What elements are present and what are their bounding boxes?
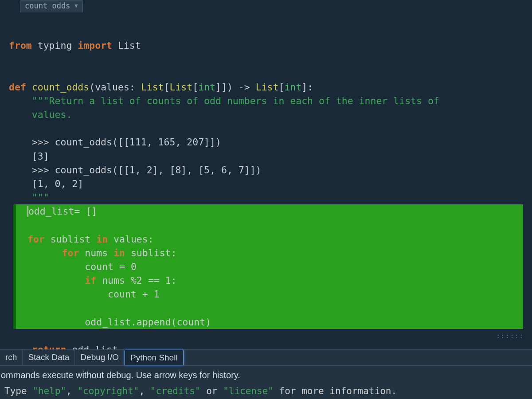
tab-python-shell[interactable]: Python Shell [125,350,184,365]
doctest-prompt: >>> [32,164,55,176]
function-name: count_odds [32,82,89,93]
docstring-line: """Return a list of counts of odd number… [32,95,439,106]
docstring-close: """ [32,192,49,203]
module-name: typing [38,40,72,51]
import-name: List [118,40,141,51]
keyword-from: from [9,40,32,51]
docstring-line: values. [32,109,72,120]
code-editor[interactable]: from typing import List def count_odds(v… [9,25,523,370]
doctest-output: [1, 0, 2] [32,178,84,189]
type-list-outer: List [141,82,164,93]
shell-hint-text: ommands execute without debug. Use arrow… [0,366,532,384]
shell-banner: Type "help", "copyright", "credits" or "… [0,384,532,399]
doctest-output: [3] [32,151,49,162]
panel-tabs: rch Stack Data Debug I/O Python Shell [0,350,532,366]
tab-stack-data[interactable]: Stack Data [23,350,75,365]
doctest-prompt: >>> [32,137,55,148]
chevron-down-icon: ▼ [74,3,78,9]
function-selector-dropdown[interactable]: count_odds ▼ [20,0,83,12]
function-selector-label: count_odds [25,1,70,10]
tab-search[interactable]: rch [0,350,23,365]
keyword-def: def [9,82,26,93]
highlighted-edit-block[interactable]: odd_list= [] for sublist in values: for … [13,204,523,329]
params-open: (values: [89,82,141,93]
keyword-import: import [78,40,112,51]
tab-debug-io[interactable]: Debug I/O [75,350,125,365]
bottom-panel: rch Stack Data Debug I/O Python Shell om… [0,349,532,399]
resize-grip-icon[interactable]: :::::: [496,332,524,339]
